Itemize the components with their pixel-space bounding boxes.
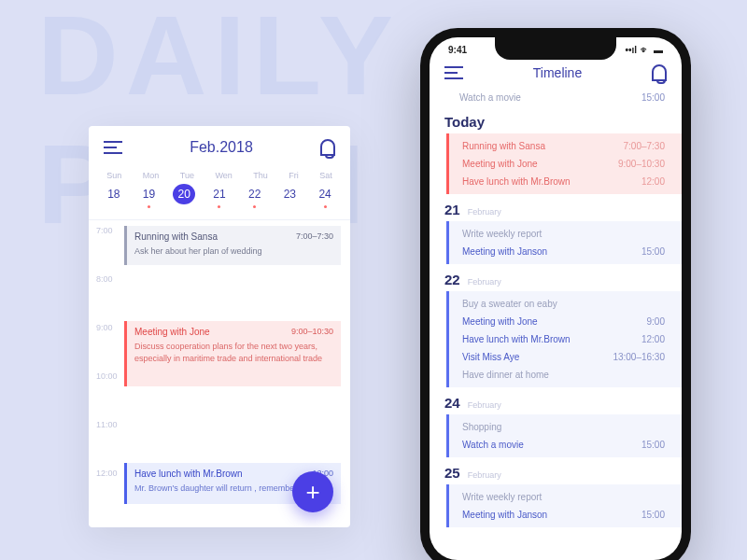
time-label: 8:00 <box>96 274 113 284</box>
event-title: Meeting with Jone <box>134 327 210 337</box>
item-time: 7:00–7:30 <box>624 141 666 151</box>
day-block: Write weekly reportMeeting with Janson15… <box>446 484 682 527</box>
date-cell[interactable]: 22 <box>244 184 266 208</box>
section-day: 21February <box>430 194 682 221</box>
item-label: Shopping <box>462 422 501 432</box>
signal-icon: ••ıl <box>625 45 637 55</box>
month-title[interactable]: Feb.2018 <box>190 139 253 156</box>
menu-icon[interactable] <box>444 66 463 79</box>
list-item[interactable]: Have dinner at home <box>449 366 682 384</box>
section-day: 26February <box>430 527 682 537</box>
item-label: Buy a sweater on eaby <box>462 299 557 309</box>
weekday-label: Wen <box>215 171 232 180</box>
item-time: 13:00–16:30 <box>613 352 665 362</box>
menu-icon[interactable] <box>104 141 122 154</box>
list-item[interactable]: Meeting with Janson15:00 <box>449 243 682 260</box>
bell-icon[interactable] <box>652 64 667 81</box>
item-time: 9:00 <box>647 316 665 327</box>
date-cell[interactable]: 19 <box>138 184 161 208</box>
event-time: 9:00–10:30 <box>291 327 333 336</box>
timeline-list[interactable]: Watch a movie15:00TodayRunning with Sans… <box>430 89 682 537</box>
time-label: 12:00 <box>96 469 118 478</box>
time-label: 11:00 <box>96 420 118 429</box>
list-item[interactable]: Meeting with Jone9:00 <box>449 313 682 330</box>
item-label: Meeting with Janson <box>462 246 547 257</box>
item-time: 15:00 <box>641 246 665 257</box>
weekday-label: Sat <box>319 171 332 180</box>
date-cell[interactable]: 23 <box>278 184 301 208</box>
list-item[interactable]: Write weekly report <box>449 488 682 506</box>
day-view-card: Feb.2018 SunMonTueWenThuFriSat 181920212… <box>89 126 350 527</box>
event-card[interactable]: Meeting with Jone9:00–10:30Discuss coope… <box>124 321 341 386</box>
wifi-icon: ᯤ <box>641 45 650 55</box>
item-label: Meeting with Janson <box>462 510 547 520</box>
status-time: 9:41 <box>448 45 467 55</box>
event-desc: Discuss cooperation plans for the next t… <box>134 341 333 364</box>
time-label: 10:00 <box>96 371 118 381</box>
item-label: Watch a movie <box>459 92 521 103</box>
item-time: 12:00 <box>641 334 665 344</box>
item-label: Meeting with Jone <box>462 159 538 169</box>
list-item[interactable]: Write weekly report <box>449 225 682 243</box>
add-button[interactable]: + <box>292 471 333 512</box>
date-cell[interactable]: 21 <box>208 184 231 208</box>
event-title: Running with Sansa <box>134 231 218 242</box>
list-item[interactable]: Buy a sweater on eaby <box>449 295 682 313</box>
item-label: Meeting with Jone <box>462 316 538 327</box>
event-time: 7:00–7:30 <box>296 231 333 241</box>
day-block: Write weekly reportMeeting with Janson15… <box>446 221 682 264</box>
section-day: 22February <box>430 264 682 291</box>
item-time: 9:00–10:30 <box>618 159 665 169</box>
weekday-label: Tue <box>180 171 194 180</box>
weekday-label: Thu <box>253 171 268 180</box>
today-block: Running with Sansa7:00–7:30Meeting with … <box>446 133 682 194</box>
weekday-label: Mon <box>143 171 160 180</box>
item-label: Watch a movie <box>462 440 524 450</box>
section-today: Today <box>430 106 682 133</box>
item-label: Have lunch with Mr.Brown <box>462 334 571 344</box>
item-label: Visit Miss Aye <box>462 352 519 362</box>
list-item[interactable]: Watch a movie15:00 <box>449 436 682 454</box>
day-block: ShoppingWatch a movie15:00 <box>446 414 682 457</box>
list-item[interactable]: Meeting with Janson15:00 <box>449 506 682 524</box>
list-item[interactable]: Have lunch with Mr.Brown12:00 <box>449 173 682 190</box>
bell-icon[interactable] <box>320 139 335 156</box>
list-item[interactable]: Running with Sansa7:00–7:30 <box>449 137 682 155</box>
time-label: 9:00 <box>96 323 113 332</box>
list-item[interactable]: Meeting with Jone9:00–10:30 <box>449 155 682 173</box>
item-label: Have lunch with Mr.Brown <box>462 176 571 187</box>
item-label: Have dinner at home <box>462 370 549 380</box>
list-item[interactable]: Watch a movie15:00 <box>430 89 682 106</box>
date-cell[interactable]: 18 <box>103 184 125 208</box>
battery-icon: ▬ <box>654 45 663 55</box>
event-card[interactable]: Running with Sansa7:00–7:30Ask her about… <box>124 226 341 265</box>
list-item[interactable]: Have lunch with Mr.Brown12:00 <box>449 330 682 348</box>
item-time: 15:00 <box>641 440 665 450</box>
item-label: Running with Sansa <box>462 141 545 151</box>
section-day: 25February <box>430 457 682 484</box>
event-title: Have lunch with Mr.Brown <box>134 469 243 479</box>
day-block: Buy a sweater on eabyMeeting with Jone9:… <box>446 291 682 387</box>
date-cell[interactable]: 20 <box>173 184 195 204</box>
date-cell[interactable]: 24 <box>314 184 336 208</box>
phone-frame: 9:41 ••ıl ᯤ ▬ Timeline Watch a movie15:0… <box>420 28 691 560</box>
item-label: Write weekly report <box>462 492 542 502</box>
weekday-label: Fri <box>289 171 299 180</box>
dates-row: 18192021222324 <box>89 182 350 220</box>
weekday-row: SunMonTueWenThuFriSat <box>89 165 350 182</box>
page-title: Timeline <box>533 65 582 80</box>
item-time: 15:00 <box>641 92 665 103</box>
weekday-label: Sun <box>106 171 121 180</box>
time-label: 7:00 <box>96 226 113 235</box>
list-item[interactable]: Visit Miss Aye13:00–16:30 <box>449 348 682 366</box>
list-item[interactable]: Shopping <box>449 418 682 436</box>
section-day: 24February <box>430 387 682 414</box>
phone-notch <box>495 37 616 60</box>
item-time: 15:00 <box>641 510 665 520</box>
item-label: Write weekly report <box>462 229 542 239</box>
event-desc: Ask her about her plan of wedding <box>134 245 333 258</box>
item-time: 12:00 <box>641 176 665 187</box>
